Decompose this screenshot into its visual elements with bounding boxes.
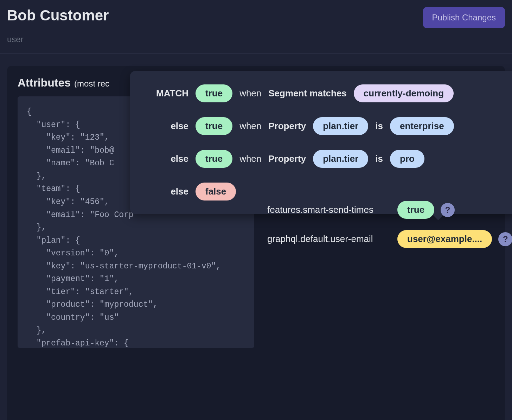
rule-condition-type: Property — [268, 121, 306, 132]
rule-operator: is — [375, 153, 383, 164]
feature-value-pill: true — [397, 201, 434, 219]
rules-popover: MATCHtruewhenSegment matchescurrently-de… — [130, 71, 512, 214]
rule-when-text: when — [239, 88, 261, 99]
attributes-note: (most rec — [74, 79, 109, 89]
rule-row: elsetruewhenPropertyplan.tierisenterpris… — [146, 117, 504, 135]
rule-result-pill: true — [196, 84, 232, 102]
main-panel: Attributes (most rec { "user": { "key": … — [7, 66, 505, 420]
rule-result-pill: true — [196, 150, 232, 168]
rule-value-pill: currently-demoing — [354, 84, 454, 102]
feature-value-pill: user@example.... — [397, 230, 492, 248]
rule-condition-type: Segment matches — [268, 88, 347, 99]
page-title: Bob Customer — [7, 7, 109, 24]
rule-value-pill: pro — [390, 150, 424, 168]
feature-name: graphql.default.user-email — [267, 234, 391, 244]
rule-row: elsetruewhenPropertyplan.tierispro — [146, 150, 504, 168]
rule-when-text: when — [239, 121, 261, 132]
rule-result-pill: true — [196, 117, 232, 135]
publish-button[interactable]: Publish Changes — [423, 7, 505, 28]
rule-match-label: MATCH — [146, 88, 188, 99]
feature-name: features.smart-send-times — [267, 204, 391, 215]
rule-value-pill: plan.tier — [313, 150, 368, 168]
rule-value-pill: plan.tier — [313, 117, 368, 135]
rule-operator: is — [375, 121, 383, 132]
attributes-title: Attributes — [18, 76, 71, 89]
rule-else-label: else — [146, 153, 188, 164]
rule-condition-type: Property — [268, 153, 306, 164]
rule-result-pill: false — [196, 183, 236, 201]
rule-when-text: when — [239, 153, 261, 164]
rule-else-label: else — [146, 121, 188, 132]
rule-else-label: else — [146, 186, 188, 197]
help-icon[interactable]: ? — [441, 203, 455, 217]
feature-row: features.smart-send-timestrue? — [267, 201, 512, 219]
divider — [0, 53, 512, 53]
help-icon[interactable]: ? — [498, 232, 512, 246]
rule-row: MATCHtruewhenSegment matchescurrently-de… — [146, 84, 504, 102]
feature-row: graphql.default.user-emailuser@example..… — [267, 230, 512, 248]
rule-row: elsefalse — [146, 183, 504, 201]
rule-value-pill: enterprise — [390, 117, 454, 135]
subtitle: user — [7, 34, 109, 44]
